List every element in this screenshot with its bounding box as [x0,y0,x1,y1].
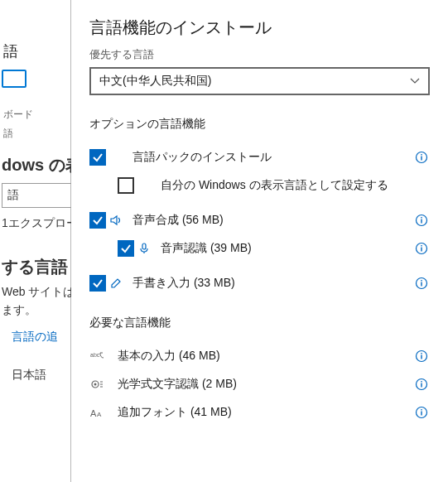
optional-features-heading: オプションの言語機能 [89,117,430,132]
svg-rect-16 [421,355,422,359]
label-display-language: 自分の Windows の表示言語として設定する [154,178,430,193]
label-speech-recognition: 音声認識 (39 MB) [154,241,413,256]
panel-title: 言語機能のインストール [89,17,430,39]
select-value: 中文(中华人民共和国) [99,74,211,89]
row-basic-typing: abc 基本の入力 (46 MB) [89,342,430,370]
info-ocr[interactable] [413,376,430,393]
label-handwriting: 手書き入力 (33 MB) [126,276,413,291]
row-speech-recognition: 音声認識 (39 MB) [118,234,430,263]
checkbox-speech-recognition[interactable] [118,240,134,257]
svg-rect-1 [421,157,422,161]
bg-sub1: 1エクスプローラー [0,216,70,231]
abc-icon: abc [89,348,106,364]
checkbox-handwriting[interactable] [89,275,106,292]
bg-search-value: 語 [7,188,19,203]
info-fonts[interactable] [413,404,430,421]
svg-rect-27 [421,409,422,410]
svg-rect-5 [421,217,422,218]
label-tts: 音声合成 (56 MB) [126,213,413,228]
bg-hdr: 語 [0,41,70,61]
label-basic-typing: 基本の入力 (46 MB) [106,349,413,364]
pen-icon [106,277,126,290]
row-handwriting: 手書き入力 (33 MB) [89,269,430,297]
bg-heading2: する言語 [0,256,70,278]
microphone-icon [134,242,154,255]
keyboard-icon [2,70,26,88]
info-speech-recognition[interactable] [413,240,430,257]
bg-para2: ます。 [0,303,70,318]
bg-link2[interactable]: 日本語 [12,368,70,383]
preferred-language-select[interactable]: 中文(中华人民共和国) [89,67,430,95]
required-features-heading: 必要な言語機能 [89,316,430,330]
bg-link1[interactable]: 言語の追 [12,330,70,345]
row-fonts: AA 追加フォント (41 MB) [89,398,430,427]
bg-l2: 語 [0,127,70,141]
svg-text:abc: abc [90,352,100,358]
tts-icon [106,214,126,227]
ocr-icon [89,376,106,393]
font-icon: AA [89,404,106,421]
row-display-language: 自分の Windows の表示言語として設定する [118,171,430,200]
info-basic-typing[interactable] [413,348,430,364]
info-handwriting[interactable] [413,275,430,292]
chevron-down-icon [410,76,420,86]
svg-rect-21 [421,383,422,388]
preferred-language-label: 優先する言語 [89,47,430,62]
svg-rect-9 [421,248,422,252]
svg-rect-2 [421,154,422,155]
svg-rect-12 [421,282,422,287]
label-ocr: 光学式文字認識 (2 MB) [106,377,413,392]
svg-point-19 [94,383,97,386]
info-tts[interactable] [413,212,430,229]
svg-rect-13 [421,280,422,281]
svg-rect-26 [421,412,422,416]
row-ocr: 光学式文字認識 (2 MB) [89,370,430,398]
svg-rect-4 [421,219,422,224]
label-fonts: 追加フォント (41 MB) [106,405,413,420]
svg-text:A: A [90,408,97,418]
svg-rect-6 [142,243,146,249]
bg-heading1: dows の表 [0,154,70,176]
svg-rect-10 [421,245,422,246]
info-language-pack[interactable] [413,149,430,166]
bg-para1: Web サイトは [0,285,70,300]
svg-rect-22 [421,381,422,382]
checkbox-display-language[interactable] [118,177,134,194]
label-language-pack: 言語パックのインストール [126,150,413,165]
bg-l1: ボード [0,108,70,122]
svg-rect-17 [421,353,422,354]
row-tts: 音声合成 (56 MB) [89,206,430,234]
checkbox-tts[interactable] [89,212,106,229]
checkbox-language-pack[interactable] [89,149,106,166]
settings-background: 語 ボード 語 dows の表 語 1エクスプローラー する言語 Web サイト… [0,0,71,482]
row-language-pack: 言語パックのインストール [89,143,430,171]
svg-text:A: A [97,411,102,418]
install-language-features-panel: 言語機能のインストール 優先する言語 中文(中华人民共和国) オプションの言語機… [71,0,448,482]
